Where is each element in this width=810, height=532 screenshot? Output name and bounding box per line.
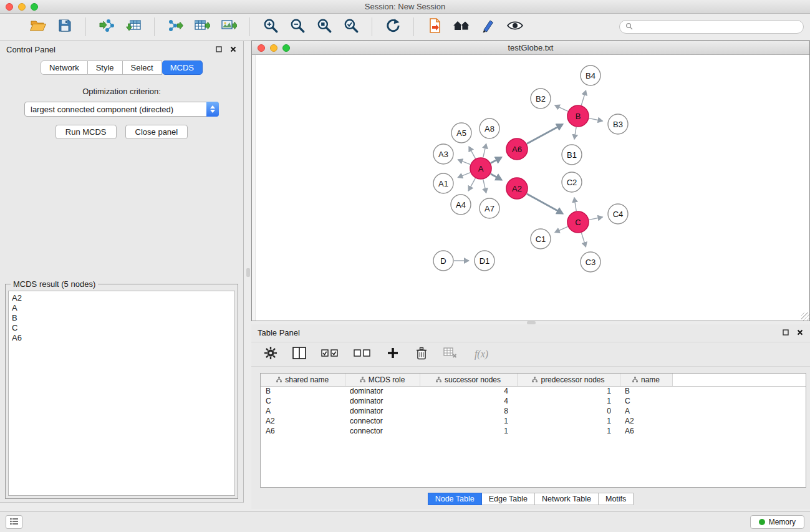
close-window-button[interactable] — [6, 3, 13, 11]
graph-edge-A-A8[interactable] — [483, 143, 486, 157]
graph-edge-B-B2[interactable] — [555, 105, 568, 112]
graph-node-D1[interactable]: D1 — [475, 251, 494, 271]
tab-node-table[interactable]: Node Table — [428, 493, 482, 505]
search-input[interactable] — [636, 22, 798, 31]
import-table-button[interactable] — [122, 16, 145, 37]
table-cell[interactable]: C — [261, 396, 345, 406]
table-cell[interactable]: 1 — [517, 426, 620, 436]
graph-node-A8[interactable]: A8 — [480, 118, 499, 138]
table-row[interactable]: A6connector11A6 — [261, 426, 806, 436]
import-network-button[interactable] — [95, 16, 118, 37]
table-cell[interactable]: A2 — [261, 416, 345, 426]
column-header-shared-name[interactable]: shared name — [261, 374, 345, 386]
zoom-fit-button[interactable] — [312, 16, 336, 37]
table-cell[interactable]: dominator — [345, 386, 420, 396]
zoom-window-button[interactable] — [31, 3, 38, 11]
table-cell[interactable]: 0 — [517, 406, 620, 416]
graph-edge-A-A4[interactable] — [468, 178, 475, 191]
table-cell[interactable]: 1 — [420, 426, 517, 436]
close-table-panel-icon[interactable] — [796, 329, 804, 336]
graph-node-B2[interactable]: B2 — [531, 89, 551, 109]
table-cell[interactable]: B — [261, 386, 345, 396]
network-canvas[interactable]: B4B2BB3A5A8A6A3B1AC2A1A2A4A7C4CC1DD1C3 — [252, 55, 809, 321]
run-mcds-button[interactable]: Run MCDS — [55, 125, 117, 139]
tab-network-table[interactable]: Network Table — [535, 493, 599, 505]
home-button[interactable] — [450, 16, 473, 37]
graph-edge-A-A6[interactable] — [491, 157, 501, 163]
table-cell[interactable]: B — [620, 386, 672, 396]
graph-node-A3[interactable]: A3 — [433, 144, 453, 164]
tab-motifs[interactable]: Motifs — [599, 493, 634, 505]
table-row[interactable]: A2connector11A2 — [261, 416, 806, 426]
graph-node-A6[interactable]: A6 — [506, 138, 528, 160]
first-neighbors-button[interactable] — [423, 16, 446, 37]
graph-edge-A2-C[interactable] — [527, 194, 563, 214]
deselect-all-button[interactable] — [352, 346, 372, 362]
graph-edge-C-C4[interactable] — [589, 217, 603, 220]
graph-edge-A-A3[interactable] — [458, 160, 470, 165]
graph-edge-B-B3[interactable] — [589, 118, 603, 121]
task-history-button[interactable] — [6, 515, 22, 529]
window-resize-grip[interactable] — [801, 312, 809, 321]
memory-button[interactable]: Memory — [750, 515, 804, 529]
table-cell[interactable]: 4 — [420, 396, 517, 406]
tab-select[interactable]: Select — [123, 60, 162, 75]
optimization-criterion-select[interactable]: largest connected component (directed) — [24, 102, 219, 117]
table-cell[interactable]: A2 — [620, 416, 672, 426]
graph-node-A5[interactable]: A5 — [451, 123, 471, 143]
result-item[interactable]: A6 — [12, 333, 231, 343]
result-item[interactable]: A2 — [12, 293, 231, 303]
table-cell[interactable]: dominator — [345, 406, 420, 416]
table-cell[interactable]: A — [261, 406, 345, 416]
graph-edge-A-A2[interactable] — [491, 174, 502, 180]
zoom-selected-button[interactable] — [339, 16, 363, 37]
graph-node-B3[interactable]: B3 — [608, 114, 628, 134]
close-panel-icon[interactable] — [229, 46, 237, 53]
graph-node-A4[interactable]: A4 — [451, 195, 471, 215]
close-network-window-button[interactable] — [258, 44, 265, 52]
mcds-result-list[interactable]: A2ABCA6 — [8, 291, 235, 496]
table-cell[interactable]: connector — [345, 416, 420, 426]
delete-rows-button[interactable] — [413, 346, 430, 362]
graph-node-B[interactable]: B — [567, 105, 589, 127]
table-cell[interactable]: 1 — [420, 416, 517, 426]
table-cell[interactable]: connector — [345, 426, 420, 436]
table-cell[interactable]: A6 — [261, 426, 345, 436]
graph-node-C[interactable]: C — [567, 211, 589, 233]
result-item[interactable]: B — [12, 313, 231, 323]
table-cell[interactable]: C — [620, 396, 672, 406]
style-brush-button[interactable] — [476, 16, 500, 37]
minimize-window-button[interactable] — [18, 3, 26, 11]
graph-edge-B-B1[interactable] — [574, 127, 576, 140]
open-file-button[interactable] — [26, 16, 50, 37]
table-cell[interactable]: dominator — [345, 396, 420, 406]
minimize-network-window-button[interactable] — [270, 44, 277, 52]
table-cell[interactable]: 1 — [517, 386, 620, 396]
zoom-out-button[interactable] — [286, 16, 309, 37]
column-header-predecessor-nodes[interactable]: predecessor nodes — [517, 374, 620, 386]
function-builder-button[interactable]: f(x) — [471, 346, 492, 362]
tab-network[interactable]: Network — [41, 60, 88, 75]
table-settings-button[interactable] — [263, 346, 279, 362]
table-row[interactable]: Cdominator41C — [261, 396, 806, 406]
table-cell[interactable]: 4 — [420, 386, 517, 396]
graph-node-C2[interactable]: C2 — [562, 172, 582, 192]
zoom-in-button[interactable] — [259, 16, 282, 37]
float-panel-icon[interactable] — [215, 46, 223, 53]
graph-node-D[interactable]: D — [433, 251, 453, 271]
graph-node-A2[interactable]: A2 — [506, 178, 528, 199]
clear-table-button[interactable] — [442, 346, 458, 362]
graph-edge-B-B4[interactable] — [581, 90, 586, 105]
graph-node-A7[interactable]: A7 — [480, 198, 499, 218]
network-graph[interactable]: B4B2BB3A5A8A6A3B1AC2A1A2A4A7C4CC1DD1C3 — [252, 55, 809, 321]
table-cell[interactable]: 1 — [517, 416, 620, 426]
add-row-button[interactable] — [385, 346, 401, 362]
graph-edge-C-C2[interactable] — [574, 198, 576, 211]
graph-node-B4[interactable]: B4 — [581, 65, 600, 85]
graph-edge-A-A7[interactable] — [483, 180, 486, 193]
table-row[interactable]: Adominator80A — [261, 406, 806, 416]
graph-node-A[interactable]: A — [470, 158, 491, 179]
result-item[interactable]: C — [12, 323, 231, 333]
tab-style[interactable]: Style — [88, 60, 123, 75]
export-network-button[interactable] — [163, 16, 187, 37]
